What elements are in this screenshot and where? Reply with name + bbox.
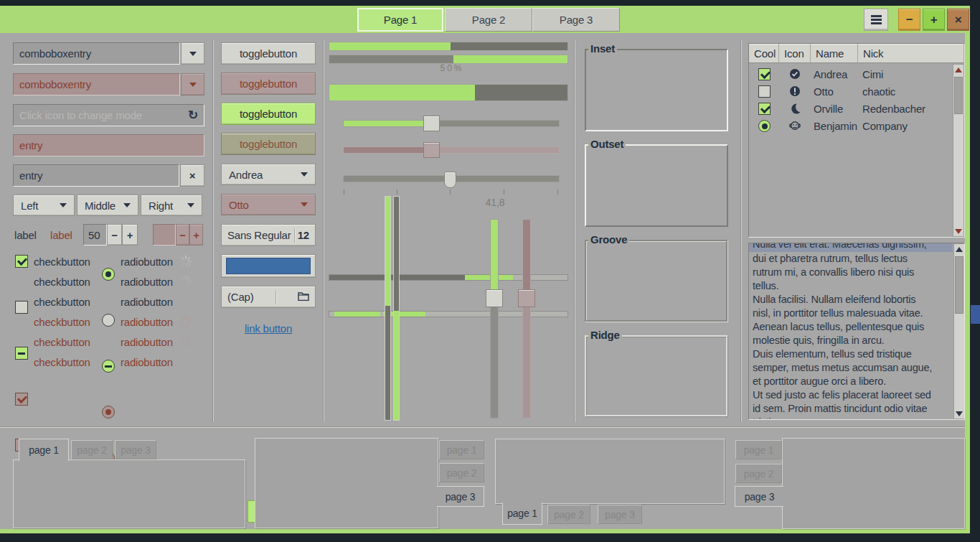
spinbutton-increment[interactable]: + [122, 224, 138, 246]
notebook-bottom-tab-page1[interactable]: page 1 [502, 503, 542, 525]
checkbutton-mixed[interactable] [15, 347, 28, 360]
scrollbar-thumb[interactable] [955, 256, 963, 314]
table-row[interactable]: Benjamin Company [749, 117, 953, 134]
combobox-left[interactable]: Left [13, 195, 75, 216]
plus-button[interactable]: + [923, 9, 945, 31]
cell-nick: Redenbacher [862, 100, 953, 117]
entry[interactable]: entry [13, 164, 179, 187]
cell-radio-selected[interactable] [758, 120, 771, 132]
notebook-right-tab-page2[interactable]: page 2 [439, 463, 484, 482]
separator [574, 40, 575, 422]
column-header-cool[interactable]: Cool [749, 44, 779, 63]
screen: Page 1 Page 2 Page 3 − + × comboboxentry… [0, 0, 980, 542]
header-tab-page1-label: Page 1 [384, 14, 417, 26]
togglebutton-active[interactable]: togglebutton [221, 103, 316, 125]
link-button[interactable]: link button [221, 322, 316, 335]
notebook-top-tab-page3[interactable]: page 3 [115, 440, 156, 459]
tab-label: page 3 [446, 491, 476, 503]
notebook-left-panel [782, 438, 965, 529]
cell-checkbox-unchecked[interactable] [758, 85, 771, 98]
notebook-top-tab-page2[interactable]: page 2 [71, 440, 113, 459]
hscale-handle[interactable] [423, 116, 440, 131]
entry-disabled: entry [13, 134, 204, 156]
spinbutton-value[interactable]: 50 [83, 224, 107, 246]
tab-label: page 3 [605, 509, 635, 520]
radiobutton-selected[interactable] [102, 268, 115, 281]
checkbutton-checked[interactable] [15, 255, 28, 268]
tab-label: page 1 [447, 444, 477, 456]
textview-scrollbar[interactable] [953, 243, 965, 419]
notebook-top-panel [13, 459, 245, 528]
tab-label: page 3 [745, 491, 775, 503]
mode-entry[interactable]: Click icon to change mode↻ [13, 104, 204, 126]
combobox-right-value: Right [149, 200, 173, 212]
combobox-names[interactable]: Andrea [221, 164, 316, 185]
combobox-right[interactable]: Right [141, 195, 202, 216]
entry-text: entry [19, 169, 42, 182]
notebook-bottom-panel [495, 439, 725, 504]
entry-clear-button[interactable]: × [180, 164, 204, 187]
hscale-track[interactable] [343, 120, 560, 127]
label-normal: label [14, 229, 37, 241]
tab-label: page 1 [744, 444, 774, 456]
table-row[interactable]: Orville Redenbacher [749, 100, 953, 117]
menu-button[interactable] [864, 9, 888, 31]
notebook-left-tab-page2[interactable]: page 2 [735, 464, 782, 483]
notebook-left-tab-page1[interactable]: page 1 [735, 440, 782, 459]
header-tab-page1[interactable]: Page 1 [357, 8, 443, 32]
checkbutton-label: checkbutton [34, 276, 90, 288]
cell-checkbox-checked[interactable] [758, 68, 771, 80]
checkbutton-label: checkbutton [34, 256, 90, 268]
chevron-down-icon [60, 203, 67, 207]
spinner-icon [179, 315, 192, 330]
vscale-disabled-handle [518, 289, 535, 307]
scroll-up-arrow-icon[interactable] [953, 65, 963, 75]
minus-icon: − [179, 229, 186, 241]
combobox-middle[interactable]: Middle [77, 195, 138, 216]
column-header-name-label: Name [816, 47, 844, 60]
togglebutton-normal[interactable]: togglebutton [221, 42, 316, 65]
vscale-track[interactable] [490, 219, 499, 419]
file-chooser-button[interactable]: (Cap) [221, 286, 316, 308]
close-button[interactable]: × [947, 9, 969, 31]
radiobutton-unselected[interactable] [102, 314, 115, 327]
column-header-nick[interactable]: Nick [858, 44, 964, 63]
textview[interactable]: Nulla vel elit erat. Maecenas dignissim,… [748, 243, 965, 420]
column-header-icon[interactable]: Icon [779, 44, 811, 63]
cell-nick: Company [862, 117, 953, 134]
column-header-name[interactable]: Name [811, 44, 858, 63]
scroll-down-arrow-icon[interactable] [953, 226, 963, 236]
scrollbar-thumb[interactable] [954, 77, 963, 114]
notebook-top-tab-page1[interactable]: page 1 [19, 439, 69, 461]
notebook-right-tab-page3[interactable]: page 3 [437, 486, 484, 507]
cell-checkbox-checked[interactable] [758, 103, 771, 115]
hscale-marks-handle[interactable] [444, 172, 456, 188]
header-tab-page2[interactable]: Page 2 [445, 8, 532, 32]
checkbutton-label: checkbutton [34, 316, 90, 328]
cell-name: Orville [814, 100, 858, 117]
table-row[interactable]: Andrea Cimi [749, 65, 953, 83]
checkbutton-unchecked[interactable] [15, 301, 28, 314]
scroll-down-arrow-icon[interactable] [954, 408, 964, 419]
font-button[interactable]: Sans Regular12 [221, 224, 316, 246]
spinbutton-decrement[interactable]: − [107, 224, 122, 246]
header-tab-page3[interactable]: Page 3 [532, 8, 620, 32]
comboboxentry-input[interactable]: comboboxentry [13, 42, 180, 65]
comboboxentry-dropdown-button[interactable] [181, 42, 204, 65]
minus-button[interactable]: − [898, 9, 920, 31]
notebook-left-tab-page3[interactable]: page 3 [735, 486, 783, 507]
scroll-up-arrow-icon[interactable] [954, 244, 964, 254]
notebook-bottom-tab-page3[interactable]: page 3 [598, 505, 642, 524]
refresh-icon[interactable]: ↻ [188, 108, 198, 123]
table-row[interactable]: Otto chaotic [749, 83, 953, 100]
radiobutton-mixed[interactable] [102, 360, 115, 373]
radiobutton-label: radiobutton [121, 256, 173, 268]
vscale-handle[interactable] [486, 289, 503, 307]
chevron-down-icon [301, 202, 308, 207]
clear-icon: × [189, 169, 196, 182]
notebook-bottom-tab-page2[interactable]: page 2 [547, 505, 590, 524]
notebook-right-tab-page1[interactable]: page 1 [439, 440, 484, 459]
mode-entry-placeholder: Click icon to change mode [19, 109, 142, 121]
table-scrollbar[interactable] [953, 64, 964, 237]
color-button[interactable] [221, 254, 316, 278]
